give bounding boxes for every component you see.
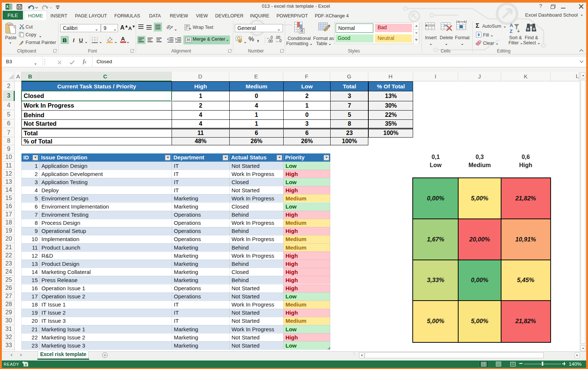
svg-text:ab: ab [166,24,171,30]
svg-text:$: $ [239,40,241,43]
svg-text:Z: Z [510,28,513,34]
svg-text:X: X [6,4,9,9]
svg-text:A: A [510,23,513,28]
